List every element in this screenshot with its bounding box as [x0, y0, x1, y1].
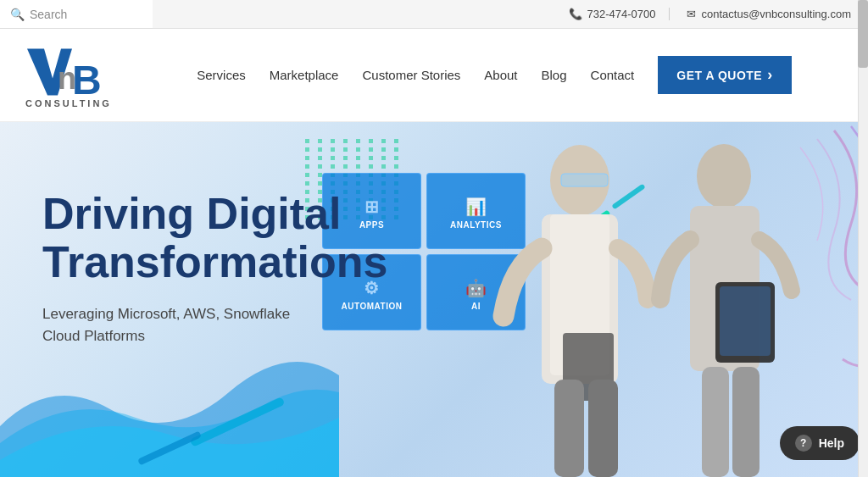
email-address: contactus@vnbconsulting.com — [701, 8, 851, 20]
nav-blog[interactable]: Blog — [542, 68, 567, 82]
hero-section: // Generate dots for(let i=0;i<80;i++){ … — [0, 122, 868, 477]
blue-wave-decoration — [0, 324, 339, 477]
phone-number: 732-474-0700 — [587, 8, 656, 20]
logo[interactable]: n B CONSULTING — [25, 42, 112, 108]
help-icon: ? — [795, 435, 812, 452]
svg-rect-13 — [702, 367, 729, 477]
main-nav: Services Marketplace Customer Stories Ab… — [146, 56, 843, 94]
scrollbar-thumb[interactable] — [858, 0, 868, 68]
nav-about[interactable]: About — [484, 68, 517, 82]
search-icon: 🔍 — [10, 8, 25, 21]
scrollbar[interactable] — [858, 0, 868, 477]
hero-title: Driving Digital Transformations — [42, 190, 387, 286]
hero-content: Driving Digital Transformations Leveragi… — [42, 190, 387, 347]
email-contact[interactable]: ✉ contactus@vnbconsulting.com — [687, 8, 851, 20]
logo-svg: n B — [25, 42, 102, 102]
hero-subtitle: Leveraging Microsoft, AWS, SnowflakeClou… — [42, 303, 387, 347]
search-bar[interactable]: 🔍 Search — [0, 0, 153, 29]
svg-rect-14 — [732, 367, 760, 477]
email-icon: ✉ — [687, 8, 696, 20]
people-illustration — [419, 130, 843, 477]
phone-icon: 📞 — [569, 8, 582, 20]
svg-rect-7 — [554, 380, 584, 477]
svg-rect-12 — [720, 286, 771, 356]
get-quote-button[interactable]: GET A QUOTE › — [658, 56, 791, 94]
header: n B CONSULTING Services Marketplace Cust… — [0, 29, 868, 122]
svg-text:B: B — [72, 57, 102, 102]
nav-customer-stories[interactable]: Customer Stories — [362, 68, 460, 82]
help-button[interactable]: ? Help — [780, 426, 860, 460]
phone-contact[interactable]: 📞 732-474-0700 — [569, 8, 670, 20]
logo-consulting-text: CONSULTING — [25, 98, 112, 108]
help-label: Help — [819, 436, 844, 450]
search-label: Search — [30, 8, 67, 21]
nav-services[interactable]: Services — [197, 68, 246, 82]
svg-point-9 — [697, 144, 751, 208]
nav-marketplace[interactable]: Marketplace — [270, 68, 339, 82]
svg-rect-15 — [561, 174, 608, 186]
svg-rect-8 — [588, 380, 618, 477]
nav-contact[interactable]: Contact — [591, 68, 635, 82]
